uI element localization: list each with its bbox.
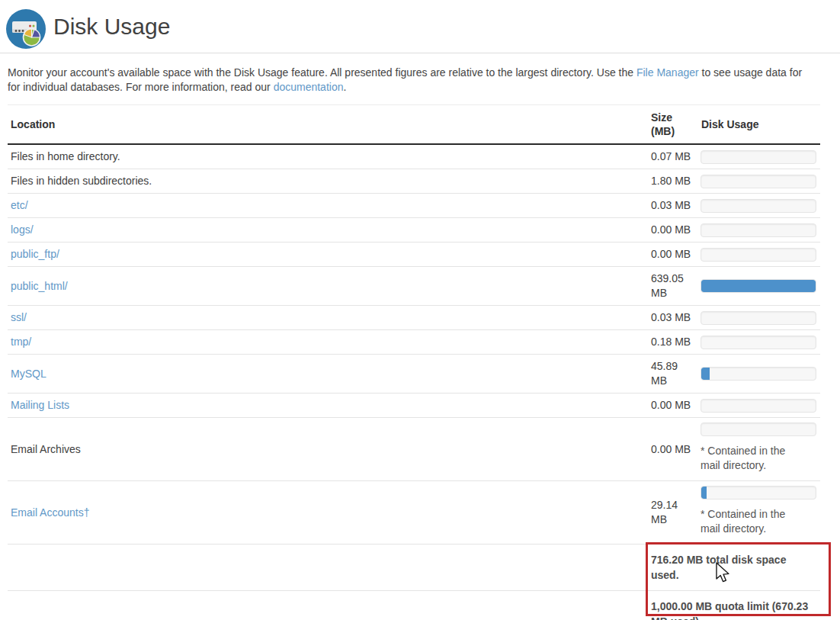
quota-limit-row: 1,000.00 MB quota limit (670.23 MB used)… [8,591,820,620]
total-disk-space-used: 716.20 MB total disk space used. [651,552,815,583]
quota-limit: 1,000.00 MB quota limit (670.23 MB used)… [651,599,815,620]
location-link[interactable]: logs/ [11,223,34,236]
intro-line2: for individual databases. For more infor… [8,81,274,93]
table-row: MySQL 45.89 MB [8,355,820,394]
documentation-link[interactable]: documentation [274,81,344,93]
disk-usage-table: Location Size (MB) Disk Usage Files in h… [8,104,820,620]
size-value: 639.05 MB [651,271,695,300]
usage-bar [701,150,816,164]
total-used-row: 716.20 MB total disk space used. [8,545,820,591]
pie-chart-icon [24,29,40,46]
location-link[interactable]: MySQL [11,368,46,380]
disk-usage-icon [6,9,46,49]
location-link[interactable]: public_ftp/ [11,248,59,260]
contained-note: * Contained in the mail directory. [701,444,796,473]
location-label: Files in hidden subdirectories. [11,175,152,187]
size-value: 0.00 MB [651,223,691,237]
location-link[interactable]: ssl/ [11,311,27,323]
intro-line1: Monitor your account's available space w… [8,66,636,79]
usage-bar [701,279,816,293]
table-row: tmp/ 0.18 MB [8,330,820,355]
usage-bar [701,223,816,237]
file-manager-link[interactable]: File Manager [636,66,699,79]
usage-bar [701,311,816,325]
size-value: 29.14 MB [651,498,695,527]
size-value: 0.18 MB [651,335,691,349]
table-row: public_html/ 639.05 MB [8,267,820,306]
table-row: public_ftp/ 0.00 MB [8,243,820,267]
table-row: Files in hidden subdirectories. 1.80 MB [8,169,820,194]
usage-bar [701,422,816,436]
usage-bar [701,399,816,413]
page-header: Disk Usage [0,0,840,53]
table-row: Email Accounts† 29.14 MB * Contained in … [8,481,820,545]
usage-bar [701,486,816,500]
column-header-size: Size (MB) [646,105,697,145]
size-value: 0.03 MB [651,198,691,213]
size-value: 45.89 MB [651,359,695,388]
table-header-row: Location Size (MB) Disk Usage [8,105,820,145]
contained-note: * Contained in the mail directory. [701,507,796,536]
column-header-location: Location [8,105,646,145]
table-row: etc/ 0.03 MB [8,194,820,218]
size-value: 0.07 MB [651,149,691,164]
location-link[interactable]: Mailing Lists [11,399,69,411]
size-value: 1.80 MB [651,174,691,188]
usage-bar [701,175,816,188]
page-title: Disk Usage [53,14,170,40]
table-row: Email Archives 0.00 MB * Contained in th… [8,418,820,481]
location-link[interactable]: etc/ [11,199,28,211]
table-row: ssl/ 0.03 MB [8,306,820,330]
usage-bar-fill [701,487,707,499]
usage-bar [701,336,816,349]
intro-text: Monitor your account's available space w… [8,66,832,94]
size-value: 0.03 MB [651,310,691,325]
location-label: Email Archives [11,443,81,455]
usage-bar [701,367,816,381]
size-value: 0.00 MB [651,398,691,413]
location-label: Files in home directory. [11,150,120,162]
table-row: Mailing Lists 0.00 MB [8,394,820,418]
size-value: 0.00 MB [651,442,691,457]
location-link[interactable]: public_html/ [11,280,68,292]
usage-bar [701,248,816,262]
location-link[interactable]: Email Accounts† [11,506,90,519]
size-value: 0.00 MB [651,247,691,262]
location-link[interactable]: tmp/ [11,336,31,348]
usage-bar-fill [701,368,710,380]
usage-bar [701,199,816,213]
column-header-disk-usage: Disk Usage [697,105,820,145]
table-row: logs/ 0.00 MB [8,218,820,243]
table-row: Files in home directory. 0.07 MB [8,144,820,169]
usage-bar-fill [701,280,816,292]
